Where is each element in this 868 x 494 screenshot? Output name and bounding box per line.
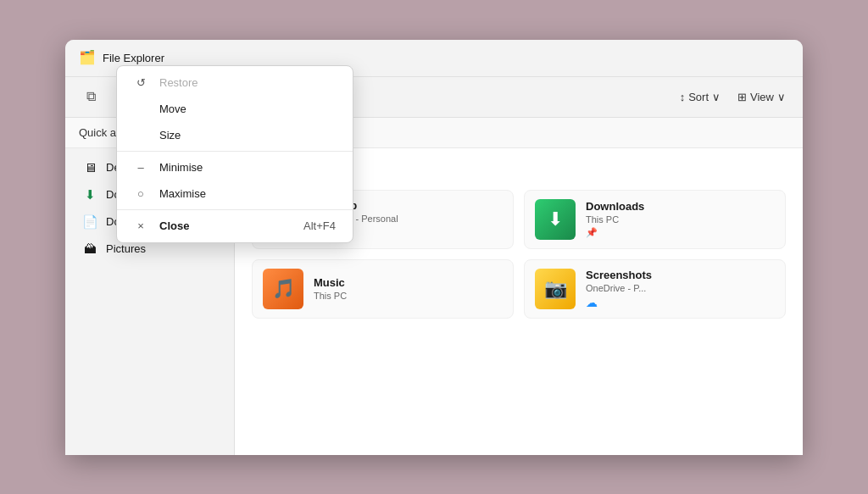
sort-icon: ↕ — [680, 91, 686, 103]
menu-item-size-label: Size — [159, 129, 336, 142]
menu-item-move[interactable]: Move — [117, 96, 353, 122]
menu-item-minimise-label: Minimise — [159, 161, 336, 174]
menu-item-restore-label: Restore — [159, 76, 336, 89]
minimise-icon: – — [134, 161, 147, 174]
folder-thumb-screenshots: 📷 — [535, 269, 576, 309]
folder-info-screenshots: Screenshots OneDrive - P... ☁ — [586, 269, 652, 309]
folder-name-screenshots: Screenshots — [586, 269, 652, 281]
menu-item-minimise[interactable]: – Minimise — [117, 154, 353, 180]
screenshots-folder-icon: 📷 — [544, 278, 567, 300]
copy-button[interactable]: ⧉ — [75, 81, 106, 112]
menu-item-maximise-label: Maximise — [159, 187, 336, 200]
app-icon: 🗂️ — [79, 49, 96, 66]
menu-item-size[interactable]: Size — [117, 122, 353, 148]
folder-info-music: Music This PC — [314, 276, 347, 301]
menu-divider-1 — [117, 151, 353, 152]
restore-icon: ↺ — [134, 76, 147, 89]
folder-thumb-music: 🎵 — [263, 269, 303, 309]
folder-sub-screenshots: OneDrive - P... — [586, 283, 652, 293]
view-grid-icon: ⊞ — [737, 91, 747, 103]
folder-sub-downloads: This PC — [586, 214, 644, 225]
downloads-sidebar-icon: ⬇ — [82, 187, 97, 203]
sort-label: Sort — [688, 91, 709, 103]
window-title: File Explorer — [103, 52, 164, 64]
pin-meta-downloads: 📌 — [586, 227, 598, 238]
menu-divider-2 — [117, 209, 353, 210]
file-explorer-window: 🗂️ File Explorer ↺ Restore Move Size – M… — [65, 40, 803, 455]
sort-chevron-icon: ∨ — [712, 91, 721, 103]
folder-item-screenshots[interactable]: 📷 Screenshots OneDrive - P... ☁ — [524, 259, 786, 319]
menu-item-restore[interactable]: ↺ Restore — [117, 69, 353, 96]
menu-item-close[interactable]: × Close Alt+F4 — [117, 213, 353, 239]
onedrive-icon-screenshots: ☁ — [586, 296, 598, 309]
maximise-icon: ○ — [134, 187, 147, 200]
copy-icon: ⧉ — [86, 89, 96, 104]
sort-button[interactable]: ↕ Sort ∨ — [673, 87, 727, 107]
view-label: View — [750, 91, 774, 103]
desktop-sidebar-icon: 🖥 — [82, 160, 97, 175]
music-folder-icon: 🎵 — [272, 278, 295, 300]
folder-meta-downloads: 📌 — [586, 227, 644, 238]
folder-name-music: Music — [314, 276, 347, 289]
folder-sub-music: This PC — [314, 291, 347, 301]
view-chevron-icon: ∨ — [777, 91, 786, 103]
menu-item-close-shortcut: Alt+F4 — [303, 219, 336, 232]
menu-item-move-label: Move — [159, 103, 336, 115]
pictures-sidebar-icon: 🏔 — [82, 241, 97, 257]
view-button[interactable]: ⊞ View ∨ — [731, 87, 793, 107]
folder-item-music[interactable]: 🎵 Music This PC — [252, 259, 514, 319]
downloads-folder-icon: ⬇ — [548, 208, 563, 230]
menu-item-maximise[interactable]: ○ Maximise — [117, 180, 353, 207]
folder-meta-screenshots: ☁ — [586, 296, 652, 309]
folder-name-downloads: Downloads — [586, 200, 644, 213]
close-icon: × — [134, 219, 147, 232]
documents-sidebar-icon: 📄 — [82, 214, 97, 230]
folder-info-downloads: Downloads This PC 📌 — [586, 200, 644, 238]
context-menu: ↺ Restore Move Size – Minimise ○ Maximis… — [116, 65, 353, 243]
folder-thumb-downloads: ⬇ — [535, 199, 576, 240]
folder-item-downloads[interactable]: ⬇ Downloads This PC 📌 — [524, 190, 786, 249]
menu-item-close-label: Close — [159, 219, 292, 232]
